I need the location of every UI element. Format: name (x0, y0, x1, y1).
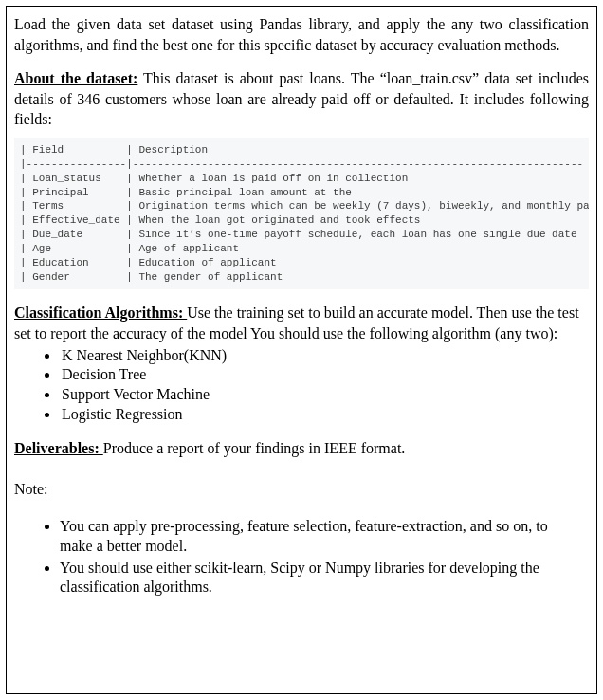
algorithm-item: K Nearest Neighbor(KNN) (60, 346, 589, 366)
note-item: You should use either scikit-learn, Scip… (60, 559, 589, 599)
algorithms-list: K Nearest Neighbor(KNN)Decision TreeSupp… (60, 346, 589, 425)
about-paragraph: About the dataset: This dataset is about… (14, 68, 589, 130)
note-item: You can apply pre-processing, feature se… (60, 517, 589, 557)
deliverables-paragraph: Deliverables: Produce a report of your f… (14, 438, 589, 459)
intro-paragraph: Load the given data set dataset using Pa… (14, 14, 589, 55)
note-label: Note: (14, 479, 589, 500)
algorithm-item: Logistic Regression (60, 405, 589, 425)
about-heading: About the dataset: (14, 70, 137, 86)
deliverables-body: Produce a report of your findings in IEE… (103, 440, 406, 456)
fields-table: | Field | Description | |---------------… (14, 138, 589, 289)
deliverables-heading: Deliverables: (14, 440, 103, 456)
note-list: You can apply pre-processing, feature se… (60, 517, 589, 598)
algorithms-heading: Classification Algorithms: (14, 304, 187, 321)
algorithm-item: Support Vector Machine (60, 385, 589, 405)
document-page: Load the given data set dataset using Pa… (6, 6, 597, 694)
algorithms-paragraph: Classification Algorithms: Use the train… (14, 303, 589, 343)
algorithm-item: Decision Tree (60, 365, 589, 385)
